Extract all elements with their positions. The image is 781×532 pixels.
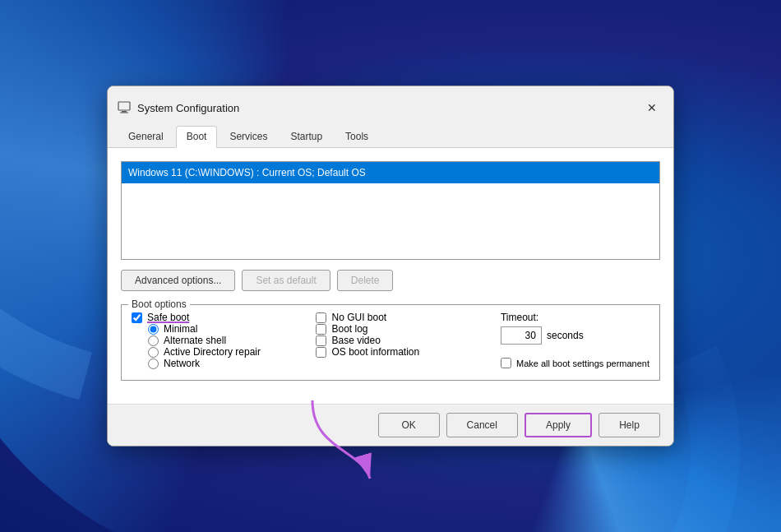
tab-boot[interactable]: Boot <box>176 126 218 148</box>
timeout-unit: seconds <box>547 330 584 341</box>
left-options: Safe boot Minimal Alternate shell <box>132 312 316 369</box>
boot-options-label: Boot options <box>128 298 190 310</box>
alternate-shell-radio-item[interactable]: Alternate shell <box>132 335 316 346</box>
svg-rect-3 <box>120 113 128 113</box>
tab-bar: General Boot Services Startup Tools <box>108 119 673 147</box>
base-video-checkbox[interactable] <box>316 335 326 346</box>
boot-log-item[interactable]: Boot log <box>316 323 500 335</box>
os-list-item[interactable]: Windows 11 (C:\WINDOWS) : Current OS; De… <box>122 162 659 183</box>
boot-log-label: Boot log <box>331 323 367 335</box>
title-bar: System Configuration ✕ <box>108 86 673 119</box>
network-label: Network <box>164 358 200 369</box>
safe-boot-label: Safe boot <box>147 312 189 323</box>
dialog-title: System Configuration <box>137 102 239 114</box>
make-permanent-item[interactable]: Make all boot settings permanent <box>501 358 649 369</box>
active-directory-radio[interactable] <box>148 347 159 358</box>
monitor-icon <box>118 101 131 114</box>
tab-general[interactable]: General <box>118 126 174 147</box>
active-directory-radio-item[interactable]: Active Directory repair <box>132 346 316 358</box>
base-video-label: Base video <box>331 335 380 346</box>
bottom-buttons: OK Cancel Apply Help <box>108 404 673 446</box>
base-video-item[interactable]: Base video <box>316 335 500 346</box>
safe-boot-checkbox[interactable] <box>132 312 142 323</box>
no-gui-checkbox[interactable] <box>316 312 326 323</box>
system-configuration-dialog: System Configuration ✕ General Boot Serv… <box>107 86 674 446</box>
set-default-button[interactable]: Set as default <box>242 270 330 291</box>
close-button[interactable]: ✕ <box>640 96 663 119</box>
help-button[interactable]: Help <box>598 413 660 437</box>
boot-options-wrapper: Safe boot Minimal Alternate shell <box>132 312 649 369</box>
right-options: No GUI boot Boot log Base video <box>316 312 500 369</box>
svg-rect-2 <box>122 111 127 113</box>
make-permanent-label: Make all boot settings permanent <box>516 358 649 369</box>
minimal-radio[interactable] <box>148 324 159 335</box>
os-boot-info-label: OS boot information <box>331 346 419 358</box>
timeout-row: 30 seconds <box>501 326 584 345</box>
boot-log-checkbox[interactable] <box>316 324 326 335</box>
timeout-input[interactable]: 30 <box>501 326 542 345</box>
make-permanent-checkbox[interactable] <box>501 358 511 368</box>
os-boot-info-item[interactable]: OS boot information <box>316 346 500 358</box>
dialog-content: Windows 11 (C:\WINDOWS) : Current OS; De… <box>108 147 673 403</box>
apply-button[interactable]: Apply <box>525 413 592 437</box>
tab-tools[interactable]: Tools <box>335 126 379 147</box>
timeout-permanent: Timeout: 30 seconds Make all boot settin… <box>501 312 649 369</box>
no-gui-item[interactable]: No GUI boot <box>316 312 500 323</box>
action-buttons: Advanced options... Set as default Delet… <box>121 270 660 291</box>
cancel-button[interactable]: Cancel <box>446 413 518 437</box>
alternate-shell-radio[interactable] <box>148 335 159 346</box>
ok-button[interactable]: OK <box>378 413 440 437</box>
title-bar-left: System Configuration <box>118 101 239 114</box>
tab-startup[interactable]: Startup <box>280 126 333 147</box>
os-list[interactable]: Windows 11 (C:\WINDOWS) : Current OS; De… <box>121 161 660 260</box>
os-boot-info-checkbox[interactable] <box>316 347 326 358</box>
dialog-overlay: System Configuration ✕ General Boot Serv… <box>0 0 781 532</box>
alternate-shell-label: Alternate shell <box>164 335 226 346</box>
network-radio-item[interactable]: Network <box>132 358 316 369</box>
minimal-radio-item[interactable]: Minimal <box>132 323 316 335</box>
active-directory-label: Active Directory repair <box>164 346 261 358</box>
delete-button[interactable]: Delete <box>337 270 394 291</box>
no-gui-label: No GUI boot <box>331 312 386 323</box>
tab-services[interactable]: Services <box>219 126 278 147</box>
safe-boot-item[interactable]: Safe boot <box>132 312 316 323</box>
advanced-options-button[interactable]: Advanced options... <box>121 270 235 291</box>
minimal-label: Minimal <box>164 323 197 335</box>
boot-options-section: Boot options Safe boot Minimal <box>121 304 660 380</box>
timeout-label: Timeout: <box>501 312 538 323</box>
svg-rect-1 <box>118 102 130 110</box>
network-radio[interactable] <box>148 359 159 369</box>
